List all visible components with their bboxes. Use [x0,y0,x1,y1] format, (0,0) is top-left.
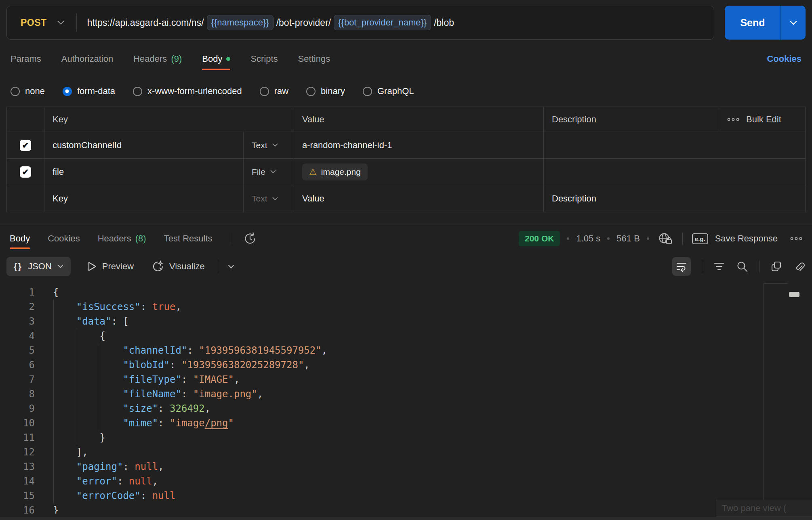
link-icon[interactable] [793,260,806,273]
code-token: "mime" [123,417,158,429]
request-url-row: POST https://api.asgard-ai.com/ns/{{name… [0,0,812,40]
body-mode-form-data[interactable]: form-data [63,86,115,96]
code-token: null [129,476,152,487]
response-history-icon[interactable] [243,231,257,246]
url-variable-chip[interactable]: {{bot_provider_name}} [334,15,431,30]
url-variable-chip[interactable]: {{namespace}} [207,15,273,30]
tab-params[interactable]: Params [11,54,41,64]
code-token: null [152,490,176,501]
line-number: 13 [0,459,35,474]
code-lines: 1{2 "isSuccess": true,3 "data": [4 {5 "c… [0,285,812,514]
code-token: 326492 [170,403,205,414]
method-select[interactable]: POST [7,17,76,28]
line-content: "data": [ [53,314,129,329]
divider [759,260,759,273]
tab-body[interactable]: Body [202,54,230,64]
tab-settings[interactable]: Settings [298,54,330,64]
code-line: 1{ [0,285,812,300]
line-content: } [53,430,105,445]
viewer-options-icon[interactable] [228,264,234,269]
code-line: 4 { [0,329,812,343]
value-cell[interactable]: ⚠image.png [294,159,544,185]
radio-button[interactable] [306,87,316,96]
tab-authorization[interactable]: Authorization [61,54,113,64]
body-mode-raw[interactable]: raw [260,86,288,96]
code-token: /png [205,417,228,429]
cookies-link[interactable]: Cookies [767,54,801,64]
search-icon[interactable] [736,260,748,273]
body-mode-binary[interactable]: binary [306,86,345,96]
key-cell[interactable]: customChannelId [44,132,244,158]
row-checkbox-cell: ✔ [7,132,44,158]
response-tab-body[interactable]: Body [10,233,30,244]
word-wrap-icon[interactable] [672,257,691,276]
tab-count-badge: (9) [171,54,182,64]
radio-button[interactable] [63,87,72,96]
file-value-chip[interactable]: ⚠image.png [302,164,368,180]
tab-label: Authorization [61,54,113,64]
header-checkbox-cell [7,107,44,132]
scrollbar-handle[interactable] [789,292,799,297]
code-line: 10 "mime": "image/png" [0,416,812,430]
format-select[interactable]: {} JSON [6,257,71,276]
code-line: 14 "error": null, [0,474,812,489]
tab-label: Headers [133,54,167,64]
type-select[interactable]: File [252,167,276,177]
description-cell[interactable] [544,159,805,185]
send-button[interactable]: Send [725,6,780,40]
line-content: "mime": "image/png" [53,416,234,430]
value-cell[interactable]: Value [294,185,544,212]
code-token [53,301,76,312]
code-token: : [158,403,170,414]
chevron-down-icon [57,21,64,25]
radio-button[interactable] [363,87,372,96]
response-tab-cookies[interactable]: Cookies [48,233,80,244]
request-tabs-list: ParamsAuthorizationHeaders(9)BodyScripts… [11,54,330,64]
tab-headers[interactable]: Headers(9) [133,54,182,64]
visualize-icon [151,260,164,273]
code-token [53,316,76,327]
bulk-edit-button[interactable]: Bulk Edit [719,107,805,132]
code-token: } [100,432,105,443]
key-cell[interactable]: file [44,159,244,185]
code-line: 9 "size": 326492, [0,401,812,416]
description-cell[interactable] [544,132,805,158]
key-cell[interactable]: Key [44,185,244,212]
radio-button[interactable] [11,87,20,96]
url-bar: POST https://api.asgard-ai.com/ns/{{name… [6,6,714,40]
line-number: 1 [0,285,35,300]
response-tabs-list: BodyCookiesHeaders(8)Test Results [10,233,212,244]
tab-count-badge: (8) [135,233,146,244]
type-select[interactable]: Text [252,140,278,150]
radio-button[interactable] [260,87,269,96]
minimap-column [764,283,788,514]
type-label: Text [252,140,267,150]
network-info-icon[interactable] [658,231,673,246]
visualize-button[interactable]: Visualize [151,260,205,273]
preview-button[interactable]: Preview [87,261,134,272]
code-token: "error" [76,476,117,487]
type-select[interactable]: Text [252,194,278,203]
checkbox[interactable]: ✔ [20,140,31,151]
tab-scripts[interactable]: Scripts [250,54,278,64]
checkbox[interactable]: ✔ [20,166,31,178]
response-tab-headers[interactable]: Headers(8) [98,233,146,244]
code-line: 7 "fileType": "IMAGE", [0,372,812,387]
save-response-button[interactable]: Save Response [715,233,778,244]
divider [682,233,683,245]
code-token: "fileName" [123,388,181,400]
body-mode-GraphQL[interactable]: GraphQL [363,86,414,96]
divider [76,13,77,32]
body-mode-none[interactable]: none [11,86,45,96]
response-tab-test-results[interactable]: Test Results [164,233,212,244]
more-actions-icon[interactable] [790,237,802,241]
description-cell[interactable]: Description [544,185,805,212]
value-cell[interactable]: a-random-channel-id-1 [294,132,544,158]
line-number: 5 [0,343,35,358]
url-input[interactable]: https://api.asgard-ai.com/ns/{{namespace… [87,15,454,30]
body-mode-x-www-form-urlencoded[interactable]: x-www-form-urlencoded [133,86,242,96]
radio-button[interactable] [133,87,142,96]
filter-icon[interactable] [713,262,725,271]
copy-icon[interactable] [770,260,783,273]
send-options-button[interactable] [780,6,806,40]
